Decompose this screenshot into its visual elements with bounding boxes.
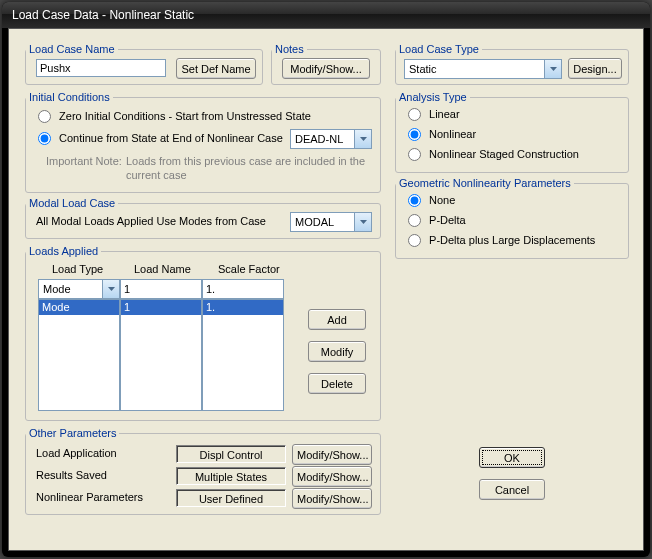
group-modal-load-case: Modal Load Case All Modal Loads Applied … [25, 197, 381, 239]
important-note-label: Important Note: [46, 155, 122, 167]
list-row-scale[interactable]: 1. [203, 300, 283, 315]
legend-geo-nonlin: Geometric Nonlinearity Parameters [396, 177, 574, 189]
group-loads-applied: Loads Applied Load Type Load Name Scale … [25, 245, 381, 421]
legend-initial-conditions: Initial Conditions [26, 91, 113, 103]
legend-other-params: Other Parameters [26, 427, 119, 439]
important-note-text1: Loads from this previous case are includ… [126, 155, 365, 167]
group-geo-nonlin: Geometric Nonlinearity Parameters None P… [395, 177, 629, 259]
title-bar: Load Case Data - Nonlinear Static [2, 2, 650, 28]
chevron-down-icon [354, 130, 371, 148]
value-nonlinear-params: User Defined [176, 489, 286, 507]
window-title: Load Case Data - Nonlinear Static [12, 8, 194, 22]
important-note-text2: current case [126, 169, 187, 181]
radio-pdelta-row[interactable]: P-Delta [406, 213, 466, 227]
label-load-application: Load Application [36, 447, 117, 459]
radio-nonlinear-label: Nonlinear [429, 128, 476, 140]
load-case-type-value: Static [409, 63, 437, 75]
value-results-saved: Multiple States [176, 467, 286, 485]
legend-load-case-name: Load Case Name [26, 43, 118, 55]
modal-load-case-dropdown[interactable]: MODAL [290, 212, 372, 232]
radio-geo-none-label: None [429, 194, 455, 206]
radio-linear[interactable] [408, 108, 421, 121]
modal-load-case-value: MODAL [295, 216, 334, 228]
list-row-type[interactable]: Mode [39, 300, 119, 315]
modal-load-case-label: All Modal Loads Applied Use Modes from C… [36, 215, 266, 227]
modify-button[interactable]: Modify [308, 341, 366, 362]
col-load-name: Load Name [134, 263, 191, 275]
chevron-down-icon [544, 60, 561, 78]
dialog-window: Load Case Data - Nonlinear Static Load C… [2, 2, 650, 557]
col-scale-factor: Scale Factor [218, 263, 280, 275]
radio-nonlinear-staged-row[interactable]: Nonlinear Staged Construction [406, 147, 579, 161]
notes-modify-show-button[interactable]: Modify/Show... [282, 58, 370, 79]
group-load-case-name: Load Case Name Set Def Name [25, 43, 263, 85]
radio-nonlinear-row[interactable]: Nonlinear [406, 127, 476, 141]
radio-continue-label: Continue from State at End of Nonlinear … [59, 132, 283, 144]
legend-analysis-type: Analysis Type [396, 91, 470, 103]
ok-button[interactable]: OK [479, 447, 545, 468]
radio-linear-row[interactable]: Linear [406, 107, 460, 121]
group-analysis-type: Analysis Type Linear Nonlinear Nonlinear… [395, 91, 629, 173]
chevron-down-icon [102, 280, 119, 298]
list-row-name[interactable]: 1 [121, 300, 201, 315]
radio-pdelta-label: P-Delta [429, 214, 466, 226]
modify-show-results-saved-button[interactable]: Modify/Show... [292, 466, 372, 487]
load-type-value: Mode [43, 283, 71, 295]
continue-case-value: DEAD-NL [295, 133, 343, 145]
cancel-button[interactable]: Cancel [479, 479, 545, 500]
set-def-name-button[interactable]: Set Def Name [176, 58, 256, 79]
radio-pdelta-large-label: P-Delta plus Large Displacements [429, 234, 595, 246]
load-name-input[interactable] [120, 279, 202, 299]
value-load-application: Displ Control [176, 445, 286, 463]
chevron-down-icon [354, 213, 371, 231]
group-load-case-type: Load Case Type Static Design... [395, 43, 629, 85]
group-other-params: Other Parameters Load Application Result… [25, 427, 381, 515]
radio-zero-initial[interactable] [38, 110, 51, 123]
radio-pdelta[interactable] [408, 214, 421, 227]
radio-pdelta-large[interactable] [408, 234, 421, 247]
list-scale-factor[interactable]: 1. [202, 299, 284, 411]
radio-zero-initial-row[interactable]: Zero Initial Conditions - Start from Uns… [36, 109, 311, 123]
label-results-saved: Results Saved [36, 469, 107, 481]
add-button[interactable]: Add [308, 309, 366, 330]
continue-case-dropdown[interactable]: DEAD-NL [290, 129, 372, 149]
radio-geo-none[interactable] [408, 194, 421, 207]
legend-notes: Notes [272, 43, 307, 55]
col-load-type: Load Type [52, 263, 103, 275]
group-notes: Notes Modify/Show... [271, 43, 381, 85]
label-nonlinear-params: Nonlinear Parameters [36, 491, 143, 503]
load-type-dropdown[interactable]: Mode [38, 279, 120, 299]
legend-modal-load-case: Modal Load Case [26, 197, 118, 209]
scale-factor-input[interactable] [202, 279, 284, 299]
load-case-type-dropdown[interactable]: Static [404, 59, 562, 79]
radio-continue-row[interactable]: Continue from State at End of Nonlinear … [36, 131, 283, 145]
radio-nonlinear-staged[interactable] [408, 148, 421, 161]
radio-linear-label: Linear [429, 108, 460, 120]
legend-load-case-type: Load Case Type [396, 43, 482, 55]
list-load-name[interactable]: 1 [120, 299, 202, 411]
design-button[interactable]: Design... [568, 58, 622, 79]
client-area: Load Case Name Set Def Name Notes Modify… [8, 28, 644, 551]
load-case-name-input[interactable] [36, 59, 166, 77]
delete-button[interactable]: Delete [308, 373, 366, 394]
radio-pdelta-large-row[interactable]: P-Delta plus Large Displacements [406, 233, 595, 247]
modify-show-load-application-button[interactable]: Modify/Show... [292, 444, 372, 465]
radio-zero-initial-label: Zero Initial Conditions - Start from Uns… [59, 110, 311, 122]
radio-geo-none-row[interactable]: None [406, 193, 455, 207]
radio-nonlinear[interactable] [408, 128, 421, 141]
group-initial-conditions: Initial Conditions Zero Initial Conditio… [25, 91, 381, 193]
radio-continue[interactable] [38, 132, 51, 145]
radio-nonlinear-staged-label: Nonlinear Staged Construction [429, 148, 579, 160]
modify-show-nonlinear-params-button[interactable]: Modify/Show... [292, 488, 372, 509]
list-load-type[interactable]: Mode [38, 299, 120, 411]
legend-loads-applied: Loads Applied [26, 245, 101, 257]
